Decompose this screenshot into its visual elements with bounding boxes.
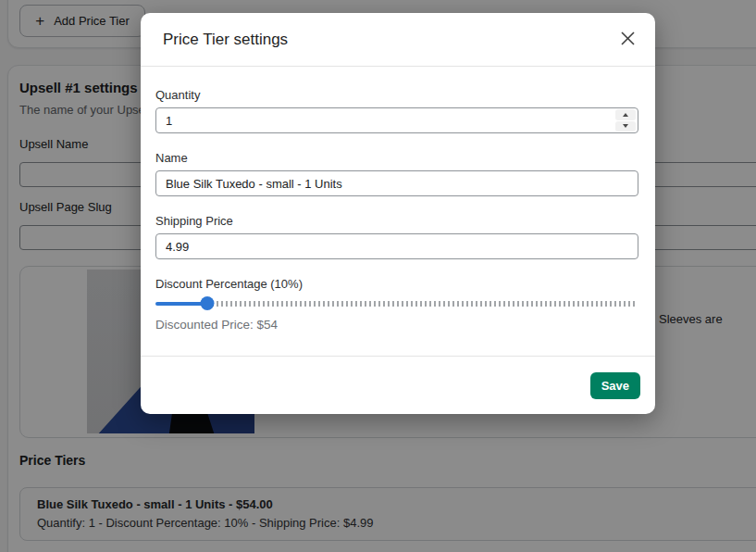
save-button[interactable]: Save	[590, 372, 640, 399]
discount-field-group: Discount Percentage (10%) Discounted Pri…	[155, 277, 638, 332]
close-icon	[620, 31, 636, 49]
quantity-field-group: Quantity	[155, 88, 638, 133]
shipping-price-input[interactable]	[155, 233, 638, 259]
spinner-up-icon	[623, 113, 628, 117]
shipping-price-label: Shipping Price	[155, 214, 638, 228]
name-input[interactable]	[155, 170, 638, 196]
quantity-label: Quantity	[155, 88, 638, 102]
quantity-stepper	[615, 109, 636, 132]
slider-thumb[interactable]	[201, 296, 215, 310]
modal-footer: Save	[141, 356, 655, 414]
close-button[interactable]	[616, 29, 638, 51]
modal-title: Price Tier settings	[163, 31, 288, 49]
slider-dotted-track	[212, 301, 638, 307]
discounted-price-text: Discounted Price: $54	[155, 318, 638, 332]
price-tier-settings-modal: Price Tier settings Quantity	[141, 13, 655, 414]
modal-body: Quantity Name	[141, 68, 655, 349]
stepper-up-button[interactable]	[615, 109, 636, 120]
stepper-down-button[interactable]	[615, 121, 636, 132]
name-field-group: Name	[155, 151, 638, 196]
modal-header: Price Tier settings	[141, 13, 655, 67]
shipping-price-field-group: Shipping Price	[155, 214, 638, 259]
screen: + Add Price Tier Upsell #1 settings The …	[0, 0, 756, 552]
discount-slider[interactable]	[155, 296, 638, 310]
discount-percentage-label: Discount Percentage (10%)	[155, 277, 638, 291]
name-label: Name	[155, 151, 638, 165]
quantity-input[interactable]	[155, 107, 638, 133]
spinner-down-icon	[623, 124, 628, 128]
